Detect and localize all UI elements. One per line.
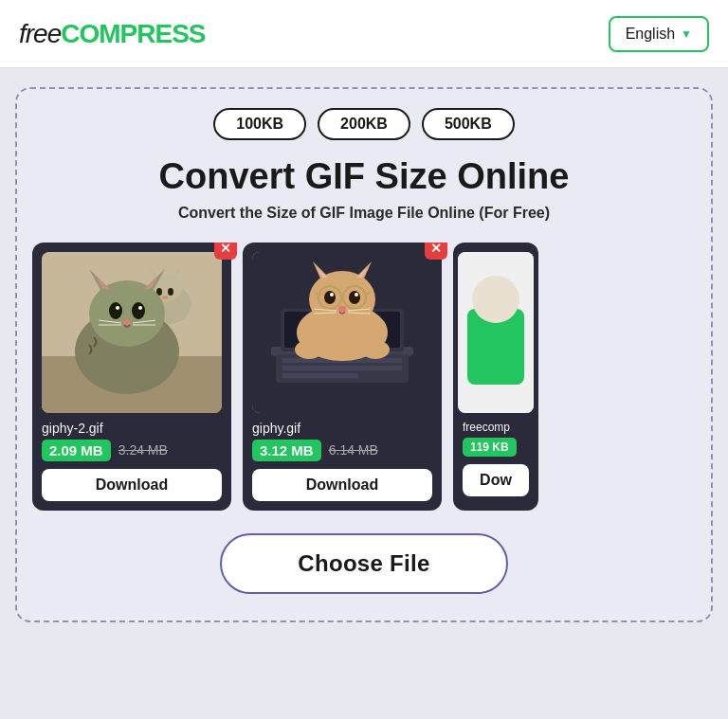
svg-rect-31 [282,373,358,378]
file-card-2: ✕ [243,243,442,511]
file-preview-2 [252,252,432,413]
cards-row: ✕ [32,243,696,511]
logo: freeCOMPRESS [19,19,206,49]
tool-container: 100KB 200KB 500KB Convert GIF Size Onlin… [15,87,713,622]
preset-200kb-button[interactable]: 200KB [318,108,410,140]
file-card-3: freecomp 119 KB Dow [453,243,538,511]
preset-500kb-button[interactable]: 500KB [422,108,515,140]
new-size-3: 119 KB [463,438,517,457]
svg-point-47 [338,306,346,312]
download-button-1[interactable]: Download [42,469,222,501]
file-card-1: ✕ [32,243,231,511]
svg-point-15 [109,302,122,319]
logo-compress-text: COMPRESS [61,19,205,48]
file-sizes-2: 3.12 MB 6.14 MB [252,440,378,461]
chevron-down-icon: ▼ [681,27,692,41]
language-selector[interactable]: English ▼ [609,16,709,52]
file-sizes-3: 119 KB [463,438,517,457]
page-subtitle: Convert the Size of GIF Image File Onlin… [178,205,550,222]
svg-point-18 [138,306,142,310]
svg-point-43 [324,291,336,304]
page-title: Convert GIF Size Online [159,157,570,197]
logo-free-text: free [19,19,61,48]
download-button-2[interactable]: Download [252,469,432,501]
svg-point-53 [361,340,390,359]
old-size-2: 6.14 MB [329,442,378,458]
svg-point-17 [116,306,119,310]
choose-file-button[interactable]: Choose File [220,533,507,594]
preset-100kb-button[interactable]: 100KB [213,108,306,140]
size-presets-row: 100KB 200KB 500KB [213,108,514,140]
old-size-1: 3.24 MB [118,442,168,458]
new-size-1: 2.09 MB [42,440,111,461]
svg-point-10 [89,280,165,347]
svg-point-56 [472,276,519,323]
file-preview-1 [42,252,222,413]
svg-point-44 [349,291,360,304]
svg-point-45 [330,293,334,297]
svg-point-46 [355,293,358,297]
svg-rect-30 [282,366,402,370]
download-button-3[interactable]: Dow [463,464,529,496]
svg-point-16 [132,302,145,319]
file-sizes-1: 2.09 MB 3.24 MB [42,440,168,461]
language-label: English [626,26,675,43]
new-size-2: 3.12 MB [252,440,321,461]
filename-3: freecomp [463,421,510,434]
svg-point-7 [168,288,173,296]
file-preview-3 [458,252,534,413]
svg-point-52 [295,340,323,359]
svg-point-19 [123,319,131,325]
remove-file-1-button[interactable]: ✕ [214,243,237,260]
header: freeCOMPRESS English ▼ [0,0,728,68]
svg-point-8 [162,296,168,299]
remove-file-2-button[interactable]: ✕ [425,243,447,260]
filename-2: giphy.gif [252,421,300,436]
main-content: 100KB 200KB 500KB Convert GIF Size Onlin… [0,68,728,719]
filename-1: giphy-2.gif [42,421,103,436]
